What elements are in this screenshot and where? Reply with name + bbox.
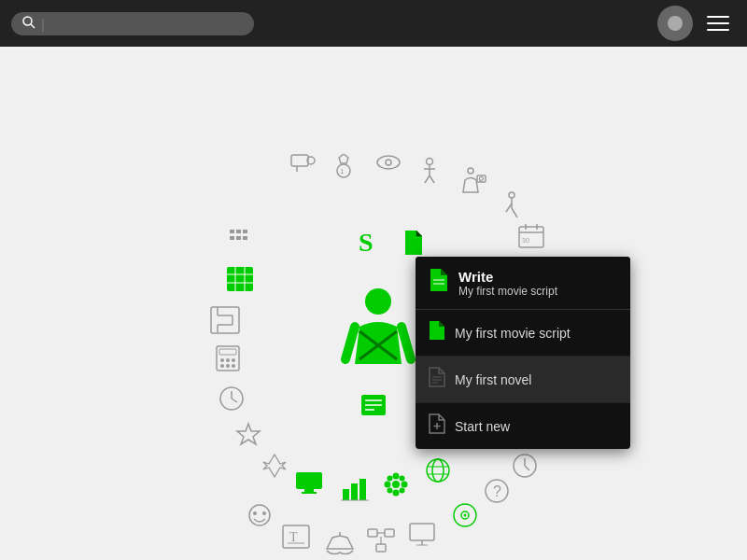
icon-clock xyxy=(218,385,245,412)
svg-point-60 xyxy=(402,482,408,488)
dropdown-subtitle: My first movie script xyxy=(458,285,557,298)
svg-point-63 xyxy=(388,488,393,494)
icon-flower xyxy=(383,471,409,497)
dropdown-title: Write xyxy=(458,269,557,285)
svg-point-61 xyxy=(388,476,393,482)
svg-rect-53 xyxy=(351,483,358,500)
svg-line-94 xyxy=(402,327,411,359)
svg-point-42 xyxy=(232,358,235,362)
search-bar[interactable] xyxy=(11,12,254,35)
svg-rect-86 xyxy=(410,524,434,540)
svg-point-3 xyxy=(671,20,679,27)
svg-rect-31 xyxy=(227,267,253,291)
dropdown-item-icon-2 xyxy=(429,367,445,392)
svg-point-57 xyxy=(393,473,400,480)
menu-button[interactable] xyxy=(700,6,736,41)
icon-maze xyxy=(210,306,240,334)
icon-text-box: T xyxy=(282,525,310,549)
icon-ship xyxy=(325,532,355,556)
svg-point-40 xyxy=(220,358,224,362)
record-button[interactable] xyxy=(657,6,693,41)
main-area: 1 xyxy=(0,47,747,560)
header xyxy=(0,0,747,47)
dropdown-menu: Write My first movie script My first mov… xyxy=(416,257,630,449)
svg-point-41 xyxy=(226,358,230,362)
svg-point-75 xyxy=(253,511,257,515)
svg-point-45 xyxy=(232,364,235,368)
dropdown-header-icon xyxy=(429,268,449,298)
icon-projector xyxy=(289,149,317,174)
icon-person-stand xyxy=(418,157,441,185)
svg-line-14 xyxy=(425,175,430,183)
icon-clock-2 xyxy=(512,453,538,479)
svg-rect-4 xyxy=(291,155,308,166)
icon-question: ? xyxy=(484,478,510,504)
icon-grid-dots xyxy=(229,229,253,247)
svg-point-44 xyxy=(226,364,230,368)
svg-rect-39 xyxy=(219,349,236,355)
icon-calculator xyxy=(215,345,241,371)
svg-point-59 xyxy=(385,482,391,488)
svg-line-15 xyxy=(430,175,434,183)
icon-music-disc xyxy=(452,502,478,528)
svg-rect-24 xyxy=(236,236,241,240)
icon-person-bent xyxy=(499,191,525,221)
svg-point-92 xyxy=(365,288,391,315)
hamburger-line-1 xyxy=(707,16,729,18)
icon-flow xyxy=(367,528,395,553)
svg-point-65 xyxy=(427,459,449,482)
svg-point-10 xyxy=(386,160,391,165)
start-new-icon xyxy=(429,413,445,439)
svg-line-48 xyxy=(232,399,237,402)
svg-rect-82 xyxy=(385,529,394,537)
svg-rect-25 xyxy=(243,236,247,240)
icon-bar-chart xyxy=(341,478,369,502)
svg-line-71 xyxy=(525,466,529,470)
svg-point-64 xyxy=(400,488,405,494)
svg-point-58 xyxy=(393,490,400,497)
icon-medal: 1 xyxy=(331,154,356,180)
icon-eye xyxy=(375,154,402,171)
svg-point-0 xyxy=(23,17,32,25)
svg-point-66 xyxy=(432,459,444,482)
svg-point-19 xyxy=(509,192,514,198)
svg-point-91 xyxy=(464,514,467,517)
svg-point-16 xyxy=(468,168,473,174)
svg-rect-52 xyxy=(343,489,349,500)
svg-point-43 xyxy=(220,364,224,368)
start-new-item[interactable]: Start new xyxy=(416,403,630,449)
icon-green-screen xyxy=(295,471,323,494)
svg-text:1: 1 xyxy=(340,167,345,175)
svg-rect-49 xyxy=(296,472,322,489)
dropdown-item-label-1: My first movie script xyxy=(455,326,571,341)
svg-point-18 xyxy=(480,177,484,181)
svg-line-1 xyxy=(31,24,35,28)
search-input[interactable] xyxy=(41,16,243,32)
icon-small-doc xyxy=(360,394,387,416)
dropdown-header-text: Write My first movie script xyxy=(458,269,557,298)
svg-point-76 xyxy=(262,511,266,515)
icon-face xyxy=(246,504,274,528)
svg-text:S: S xyxy=(359,229,374,255)
svg-point-62 xyxy=(400,476,405,482)
svg-rect-21 xyxy=(236,230,241,233)
svg-rect-81 xyxy=(368,529,377,537)
dropdown-item-label-2: My first novel xyxy=(455,372,531,387)
svg-rect-83 xyxy=(376,544,386,552)
hamburger-line-3 xyxy=(707,29,729,31)
svg-rect-22 xyxy=(243,230,247,233)
icon-s-letter: S xyxy=(357,229,377,255)
svg-point-56 xyxy=(392,481,400,488)
header-right xyxy=(657,6,736,41)
svg-text:30: 30 xyxy=(522,237,529,244)
svg-text:?: ? xyxy=(493,483,501,499)
dropdown-item-movie-script[interactable]: My first movie script xyxy=(416,310,630,357)
icon-star xyxy=(235,422,261,448)
start-new-label: Start new xyxy=(455,419,510,434)
icon-monitor xyxy=(408,523,436,547)
svg-rect-37 xyxy=(211,307,239,333)
dropdown-item-novel[interactable]: My first novel xyxy=(416,357,630,403)
icon-calendar: 30 xyxy=(518,224,544,248)
svg-rect-54 xyxy=(359,479,366,500)
central-figure xyxy=(341,285,416,382)
